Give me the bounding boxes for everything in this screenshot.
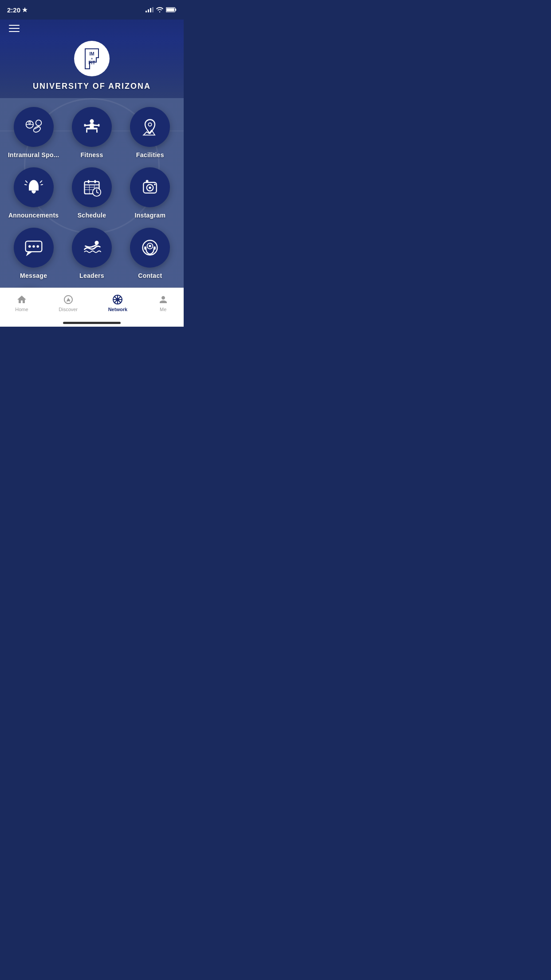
signal-icon xyxy=(146,7,153,12)
home-icon xyxy=(16,294,27,305)
instagram-icon xyxy=(140,178,160,197)
svg-rect-50 xyxy=(154,246,156,249)
svg-point-42 xyxy=(28,245,31,248)
svg-point-20 xyxy=(149,123,152,126)
nav-discover-label: Discover xyxy=(59,307,78,312)
university-title: UNIVERSITY OF ARIZONA xyxy=(33,82,151,91)
nav-me-label: Me xyxy=(160,307,166,312)
facilities-button[interactable]: Facilities xyxy=(124,107,177,158)
svg-line-58 xyxy=(114,296,116,298)
instagram-label: Instagram xyxy=(135,212,166,219)
svg-rect-29 xyxy=(94,180,96,183)
leaders-label: Leaders xyxy=(79,272,104,279)
svg-rect-17 xyxy=(98,124,100,127)
network-icon xyxy=(112,294,123,305)
nav-network[interactable]: Network xyxy=(103,292,133,314)
announcements-button[interactable]: Announcements xyxy=(7,167,60,219)
nav-network-label: Network xyxy=(108,307,127,312)
svg-rect-21 xyxy=(31,190,35,192)
svg-point-40 xyxy=(154,184,156,186)
menu-icon xyxy=(9,31,20,32)
facilities-label: Facilities xyxy=(136,151,164,158)
message-icon xyxy=(24,238,43,257)
sports-icon xyxy=(24,117,43,137)
message-button[interactable]: Message xyxy=(7,228,60,279)
fitness-icon xyxy=(82,117,102,137)
svg-rect-28 xyxy=(88,180,90,183)
nav-discover[interactable]: Discover xyxy=(53,292,83,314)
nav-me[interactable]: Me xyxy=(153,292,174,314)
svg-rect-2 xyxy=(166,8,174,11)
svg-rect-13 xyxy=(86,130,87,133)
discover-icon xyxy=(63,294,74,305)
svg-text:IM: IM xyxy=(89,51,94,56)
svg-point-39 xyxy=(149,186,152,189)
schedule-button[interactable]: Schedule xyxy=(65,167,118,219)
svg-rect-1 xyxy=(175,9,176,11)
svg-rect-12 xyxy=(86,128,98,130)
intramural-sports-label: Intramural Spo... xyxy=(8,151,59,158)
svg-point-44 xyxy=(36,245,39,248)
facilities-icon xyxy=(140,117,160,137)
svg-line-61 xyxy=(114,300,116,302)
menu-button[interactable] xyxy=(7,23,21,34)
svg-rect-16 xyxy=(84,124,86,127)
announcements-icon xyxy=(24,178,43,197)
menu-icon xyxy=(9,28,20,29)
svg-line-18 xyxy=(86,125,90,125)
svg-line-22 xyxy=(25,181,27,182)
svg-line-59 xyxy=(119,300,121,302)
svg-line-23 xyxy=(24,185,26,185)
svg-point-48 xyxy=(149,245,152,248)
announcements-label: Announcements xyxy=(8,212,59,219)
leaders-icon xyxy=(82,238,102,257)
contact-button[interactable]: Contact xyxy=(124,228,177,279)
intramural-sports-button[interactable]: Intramural Spo... xyxy=(7,107,60,158)
schedule-label: Schedule xyxy=(78,212,106,219)
status-time: 2:20 xyxy=(7,6,28,14)
fitness-button[interactable]: Fitness xyxy=(65,107,118,158)
message-label: Message xyxy=(20,272,47,279)
me-icon xyxy=(158,294,169,305)
instagram-button[interactable]: Instagram xyxy=(124,167,177,219)
app-logo: IM + FIT xyxy=(74,41,110,76)
svg-line-19 xyxy=(94,125,98,125)
status-bar: 2:20 xyxy=(0,0,184,20)
nav-home-label: Home xyxy=(15,307,28,312)
svg-point-9 xyxy=(35,120,41,126)
bottom-nav: Home Discover Network Me xyxy=(0,288,184,327)
svg-point-7 xyxy=(32,126,41,134)
wifi-icon xyxy=(156,7,163,12)
contact-label: Contact xyxy=(138,272,162,279)
features-grid: Intramural Spo... xyxy=(7,107,177,279)
nav-home[interactable]: Home xyxy=(10,292,33,314)
svg-line-24 xyxy=(40,181,42,182)
schedule-icon xyxy=(82,178,102,197)
svg-point-43 xyxy=(32,245,35,248)
svg-point-53 xyxy=(116,298,119,301)
fitness-label: Fitness xyxy=(80,151,103,158)
contact-icon xyxy=(140,238,160,257)
battery-icon xyxy=(166,7,177,12)
svg-line-60 xyxy=(119,296,121,298)
svg-rect-49 xyxy=(144,246,146,249)
svg-point-10 xyxy=(90,119,94,123)
svg-text:FIT: FIT xyxy=(89,60,95,65)
leaders-button[interactable]: Leaders xyxy=(65,228,118,279)
status-icons xyxy=(146,7,177,12)
menu-icon xyxy=(9,25,20,26)
svg-line-25 xyxy=(41,185,43,185)
svg-point-45 xyxy=(94,241,98,245)
home-indicator xyxy=(63,322,121,324)
svg-rect-14 xyxy=(96,130,98,133)
